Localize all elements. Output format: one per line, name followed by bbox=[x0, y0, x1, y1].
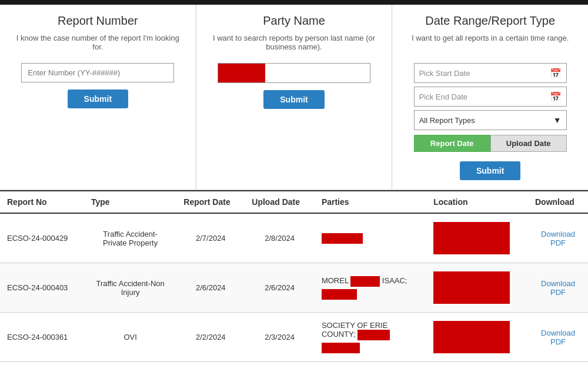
search-section: Report Number I know the case number of … bbox=[0, 5, 588, 190]
end-date-label: Pick End Date bbox=[419, 92, 467, 101]
cell-report-date: 2/6/2024 bbox=[176, 263, 245, 313]
calendar-icon-start[interactable]: 📅 bbox=[550, 68, 562, 79]
cell-location bbox=[426, 213, 528, 263]
cell-upload-date: 2/6/2024 bbox=[245, 263, 315, 313]
top-bar bbox=[0, 0, 588, 5]
start-date-label: Pick Start Date bbox=[419, 69, 470, 78]
start-date-row[interactable]: Pick Start Date 📅 bbox=[414, 63, 567, 83]
upload-date-toggle[interactable]: Upload Date bbox=[490, 135, 567, 152]
report-date-toggle[interactable]: Report Date bbox=[414, 135, 490, 152]
party-name-col: Party Name I want to search reports by p… bbox=[196, 5, 393, 190]
col-type: Type bbox=[84, 191, 176, 213]
col-download: Download bbox=[528, 191, 588, 213]
party-name-title: Party Name bbox=[263, 14, 325, 28]
table-header-row: Report No Type Report Date Upload Date P… bbox=[0, 191, 588, 213]
date-toggle: Report Date Upload Date bbox=[414, 135, 567, 152]
report-number-desc: I know the case number of the report I'm… bbox=[12, 34, 184, 55]
party-name-submit[interactable]: Submit bbox=[263, 90, 324, 109]
parties-redact-3 bbox=[358, 330, 390, 340]
cell-report-date: 2/2/2024 bbox=[176, 313, 245, 362]
report-number-title: Report Number bbox=[58, 14, 138, 28]
cell-type: OVI bbox=[84, 313, 176, 362]
cell-upload-date: 2/8/2024 bbox=[245, 213, 315, 263]
cell-download[interactable]: DownloadPDF bbox=[528, 263, 588, 313]
cell-download[interactable]: DownloadPDF bbox=[528, 213, 588, 263]
col-report-date: Report Date bbox=[176, 191, 245, 213]
report-type-label: All Report Types bbox=[419, 116, 475, 125]
cell-type: Traffic Accident-Private Property bbox=[84, 213, 176, 263]
report-number-input[interactable] bbox=[21, 63, 174, 82]
col-report-no: Report No bbox=[0, 191, 84, 213]
date-range-col: Date Range/Report Type I want to get all… bbox=[392, 5, 588, 190]
report-number-col: Report Number I know the case number of … bbox=[0, 5, 196, 190]
cell-type: Traffic Accident-NonInjury bbox=[84, 263, 176, 313]
cell-report-date: 2/7/2024 bbox=[176, 213, 245, 263]
cell-report-no: ECSO-24-000429 bbox=[0, 213, 84, 263]
party-name-input-wrap[interactable] bbox=[218, 63, 370, 83]
cell-report-no: ECSO-24-000361 bbox=[0, 313, 84, 362]
party-name-redact bbox=[218, 64, 265, 82]
cell-location bbox=[426, 313, 528, 362]
table-row: ECSO-24-000429 Traffic Accident-Private … bbox=[0, 213, 588, 263]
location-redact bbox=[433, 222, 510, 254]
date-range-title: Date Range/Report Type bbox=[425, 14, 555, 28]
location-redact bbox=[433, 271, 510, 304]
parties-redact-inline bbox=[350, 276, 380, 287]
parties-redact-2 bbox=[322, 289, 357, 300]
results-table: Report No Type Report Date Upload Date P… bbox=[0, 190, 588, 362]
report-type-row[interactable]: All Report Types ▼ bbox=[414, 110, 567, 130]
date-range-desc: I want to get all reports in a certain t… bbox=[412, 34, 569, 55]
table-row: ECSO-24-000403 Traffic Accident-NonInjur… bbox=[0, 263, 588, 313]
dropdown-arrow-icon: ▼ bbox=[553, 115, 562, 125]
cell-upload-date: 2/3/2024 bbox=[245, 313, 315, 362]
end-date-row[interactable]: Pick End Date 📅 bbox=[414, 87, 567, 107]
cell-report-no: ECSO-24-000403 bbox=[0, 263, 84, 313]
location-redact bbox=[433, 321, 510, 353]
calendar-icon-end[interactable]: 📅 bbox=[550, 91, 562, 102]
parties-redact bbox=[322, 233, 363, 244]
report-number-submit[interactable]: Submit bbox=[68, 89, 128, 108]
party-name-desc: I want to search reports by person last … bbox=[208, 34, 380, 55]
cell-parties bbox=[315, 213, 426, 263]
cell-parties: MOREL ISAAC; bbox=[315, 263, 426, 313]
table-row: ECSO-24-000361 OVI 2/2/2024 2/3/2024 SOC… bbox=[0, 313, 588, 362]
col-location: Location bbox=[426, 191, 528, 213]
cell-download[interactable]: DownloadPDF bbox=[528, 313, 588, 362]
cell-parties: SOCIETY OF ERIECOUNTY; bbox=[315, 313, 426, 362]
parties-redact-4 bbox=[322, 343, 360, 353]
cell-location bbox=[426, 263, 528, 313]
col-parties: Parties bbox=[315, 191, 426, 213]
date-range-submit[interactable]: Submit bbox=[460, 161, 520, 180]
col-upload-date: Upload Date bbox=[245, 191, 315, 213]
